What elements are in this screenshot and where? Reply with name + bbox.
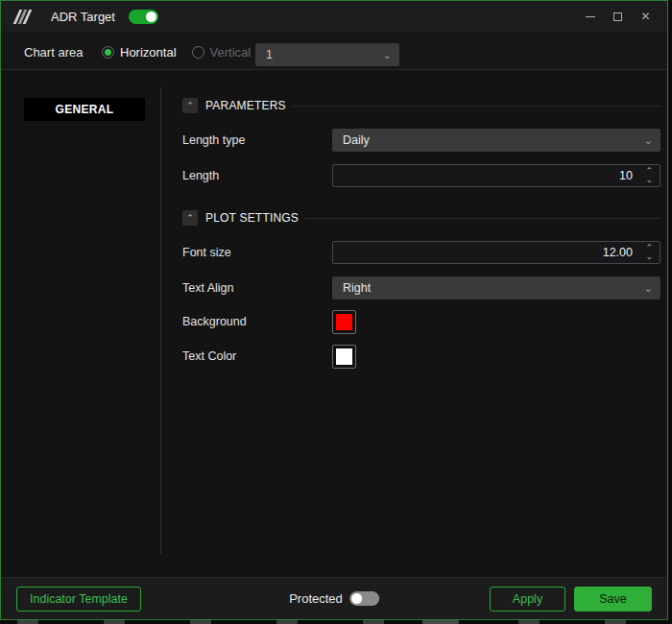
- titlebar: ADR Target ✕: [1, 1, 667, 32]
- indicator-template-button[interactable]: Indicator Template: [16, 587, 141, 612]
- section-divider: [305, 218, 660, 219]
- background-app-artifact: [104, 620, 125, 624]
- radio-vertical-icon: [192, 46, 204, 59]
- text-align-row: Text Align Right ⌄: [182, 276, 660, 300]
- background-app-artifact: [605, 620, 626, 624]
- apply-button[interactable]: Apply: [490, 587, 565, 612]
- text-color-row: Text Color: [182, 345, 660, 368]
- background-row: Background: [182, 310, 660, 333]
- indicator-enabled-toggle[interactable]: [129, 10, 158, 24]
- radio-vertical[interactable]: Vertical: [192, 45, 252, 60]
- chevron-down-icon: ⌄: [644, 129, 653, 152]
- settings-content: ⌃ PARAMETERS Length type Daily ⌄ Length …: [161, 70, 667, 577]
- text-color-label: Text Color: [182, 349, 332, 363]
- app-logo-icon: [13, 10, 43, 24]
- font-size-input[interactable]: 12.00 ⌃ ⌄: [332, 241, 660, 264]
- maximize-button[interactable]: [604, 1, 632, 32]
- chevron-down-icon: ⌄: [383, 43, 392, 66]
- text-color-swatch: [336, 348, 352, 365]
- chart-area-number-value: 1: [266, 48, 273, 61]
- window-title: ADR Target: [51, 10, 115, 24]
- protected-toggle[interactable]: [349, 591, 379, 606]
- chevron-up-icon: ⌃: [186, 213, 194, 223]
- font-size-stepper[interactable]: ⌃ ⌄: [645, 244, 653, 261]
- length-value: 10: [619, 169, 633, 182]
- close-icon: ✕: [640, 11, 650, 22]
- length-row: Length 10 ⌃ ⌄: [182, 164, 660, 187]
- radio-vertical-label: Vertical: [210, 45, 252, 60]
- radio-horizontal-icon: [102, 46, 114, 59]
- chart-area-number-select[interactable]: 1 ⌄: [255, 43, 399, 66]
- background-app-artifact: [276, 620, 298, 624]
- indicator-settings-window: ADR Target ✕ Chart area Horizontal Verti…: [0, 0, 668, 620]
- plot-settings-section-header: ⌃ PLOT SETTINGS: [182, 209, 660, 227]
- settings-body: GENERAL ⌃ PARAMETERS Length type Daily ⌄…: [1, 70, 667, 577]
- background-app-artifact: [363, 620, 384, 624]
- toggle-knob: [146, 12, 156, 22]
- background-app-artifact: [190, 620, 211, 624]
- parameters-section-header: ⌃ PARAMETERS: [182, 97, 660, 114]
- footer-actions: Apply Save: [490, 587, 652, 612]
- text-align-select[interactable]: Right ⌄: [332, 276, 660, 300]
- chevron-up-icon: ⌃: [186, 101, 194, 110]
- font-size-label: Font size: [182, 246, 332, 259]
- sidebar: GENERAL: [1, 70, 160, 121]
- toggle-knob: [351, 593, 362, 604]
- text-align-value: Right: [343, 281, 371, 295]
- font-size-value: 12.00: [603, 246, 633, 259]
- background-color-picker[interactable]: [332, 310, 356, 334]
- text-align-label: Text Align: [182, 281, 332, 295]
- close-button[interactable]: ✕: [632, 1, 660, 32]
- font-size-row: Font size 12.00 ⌃ ⌄: [182, 241, 660, 264]
- length-type-select[interactable]: Daily ⌄: [332, 129, 660, 152]
- parameters-section-title: PARAMETERS: [205, 99, 286, 112]
- chevron-down-icon: ⌄: [644, 276, 653, 300]
- minimize-button[interactable]: [576, 1, 604, 32]
- background-app-artifact: [518, 620, 540, 624]
- plot-settings-collapse-button[interactable]: ⌃: [182, 210, 198, 226]
- protected-group: Protected: [289, 591, 379, 606]
- length-label: Length: [182, 169, 332, 182]
- stepper-down-icon: ⌄: [645, 252, 653, 261]
- length-type-value: Daily: [343, 133, 370, 147]
- tab-general[interactable]: GENERAL: [24, 98, 145, 121]
- window-controls: ✕: [576, 1, 660, 32]
- chart-area-label: Chart area: [24, 45, 102, 60]
- length-type-row: Length type Daily ⌄: [182, 129, 660, 152]
- length-type-label: Length type: [182, 133, 332, 147]
- chart-area-row: Chart area Horizontal Vertical 1 ⌄: [1, 32, 667, 70]
- radio-horizontal[interactable]: Horizontal: [102, 45, 177, 60]
- background-color-swatch: [336, 314, 352, 330]
- footer-bar: Indicator Template Protected Apply Save: [1, 577, 667, 619]
- stepper-down-icon: ⌄: [645, 176, 653, 184]
- background-app-artifact: [17, 620, 38, 624]
- save-button[interactable]: Save: [574, 587, 652, 612]
- length-input[interactable]: 10 ⌃ ⌄: [332, 164, 660, 187]
- plot-settings-section-title: PLOT SETTINGS: [205, 211, 299, 225]
- section-divider: [293, 106, 660, 107]
- radio-horizontal-label: Horizontal: [120, 45, 177, 60]
- background-app-artifact: [422, 620, 459, 624]
- parameters-collapse-button[interactable]: ⌃: [182, 98, 198, 113]
- length-stepper[interactable]: ⌃ ⌄: [645, 167, 653, 184]
- minimize-icon: [586, 16, 595, 17]
- protected-label: Protected: [289, 591, 343, 606]
- background-label: Background: [182, 315, 332, 328]
- text-color-picker[interactable]: [332, 345, 356, 369]
- maximize-icon: [613, 12, 622, 21]
